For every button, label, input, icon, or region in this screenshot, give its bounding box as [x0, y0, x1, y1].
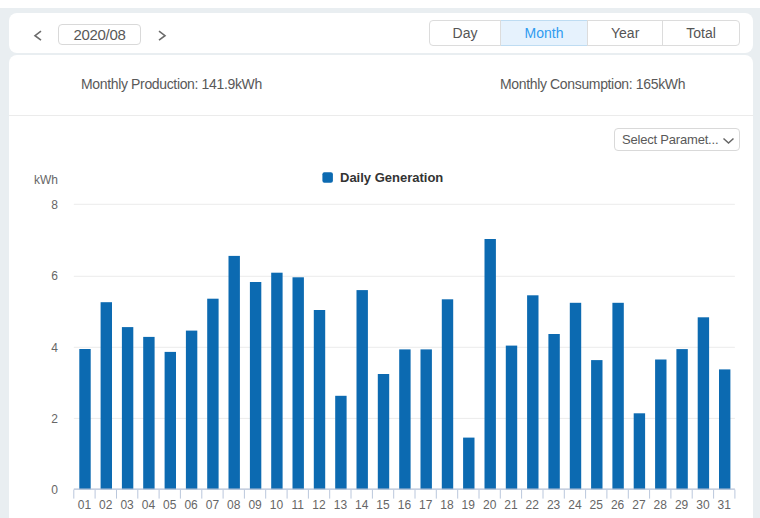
svg-text:28: 28 — [654, 498, 668, 512]
svg-text:14: 14 — [355, 498, 369, 512]
svg-text:4: 4 — [51, 341, 58, 355]
svg-text:08: 08 — [227, 498, 241, 512]
svg-text:23: 23 — [547, 498, 561, 512]
svg-text:06: 06 — [184, 498, 198, 512]
svg-text:29: 29 — [675, 498, 689, 512]
svg-text:11: 11 — [291, 498, 304, 512]
svg-text:6: 6 — [51, 269, 58, 283]
svg-text:07: 07 — [206, 498, 220, 512]
svg-text:24: 24 — [568, 498, 582, 512]
svg-text:10: 10 — [270, 498, 284, 512]
svg-text:30: 30 — [696, 498, 710, 512]
svg-text:12: 12 — [312, 498, 326, 512]
svg-text:22: 22 — [526, 498, 540, 512]
svg-text:21: 21 — [504, 498, 518, 512]
svg-text:16: 16 — [398, 498, 412, 512]
svg-text:8: 8 — [51, 198, 58, 212]
svg-text:03: 03 — [120, 498, 134, 512]
svg-text:0: 0 — [51, 483, 58, 497]
svg-text:Daily Generation: Daily Generation — [340, 170, 443, 185]
svg-text:05: 05 — [163, 498, 177, 512]
svg-text:20: 20 — [483, 498, 497, 512]
svg-text:04: 04 — [142, 498, 156, 512]
svg-text:2: 2 — [51, 412, 58, 426]
svg-text:13: 13 — [334, 498, 348, 512]
svg-text:18: 18 — [440, 498, 454, 512]
svg-text:19: 19 — [462, 498, 476, 512]
svg-text:17: 17 — [419, 498, 433, 512]
svg-text:25: 25 — [590, 498, 604, 512]
svg-text:15: 15 — [376, 498, 390, 512]
svg-text:02: 02 — [99, 498, 113, 512]
svg-text:27: 27 — [632, 498, 646, 512]
svg-text:09: 09 — [248, 498, 262, 512]
svg-text:26: 26 — [611, 498, 625, 512]
svg-text:31: 31 — [718, 498, 732, 512]
svg-text:kWh: kWh — [34, 173, 58, 187]
svg-text:01: 01 — [78, 498, 92, 512]
